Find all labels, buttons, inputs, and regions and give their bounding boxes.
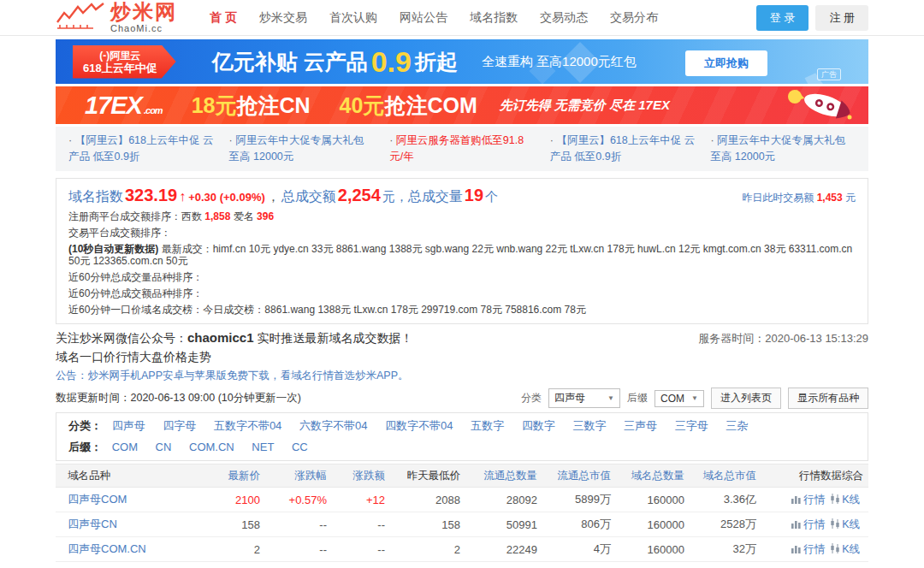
chart-line-logo-icon [56,2,105,31]
suffix-link[interactable]: CC [292,441,308,453]
yesterday-low: 158 [390,512,465,537]
col-circulating-qty[interactable]: 流通总数量 [465,464,542,488]
site-logo[interactable]: 炒米网 ChaoMi.cc [56,2,177,33]
latest-price: 20 [184,562,265,568]
yesterday-value: 1,453 [817,192,843,204]
registrar-mid: 爱名 [230,210,257,222]
kline-icon [830,518,840,529]
fixed-price-line: 近60分钟一口价域名成交榜：今日成交榜：8861.wang 1388元 tLxw… [68,304,856,316]
nav-item-trade[interactable]: 炒米交易 [259,10,307,26]
server-time: 服务器时间：2020-06-13 15:13:29 [698,331,868,346]
news-link[interactable]: 【阿里云】618上云年中促 云产品 低至0.9折 [542,133,703,165]
category-link[interactable]: 四数字 [522,419,555,432]
chevron-down-icon: ▼ [607,394,614,402]
category-link[interactable]: 三杂 [726,419,748,432]
category-link[interactable]: 六数字不带04 [299,419,367,432]
circulating-value: 4万 [542,537,616,562]
nav-item-trade-distribution[interactable]: 交易分布 [610,10,658,26]
offer-com-text: 抢注COM [384,93,477,117]
app-notice-link[interactable]: 公告：炒米网手机APP安卓与苹果版免费下载，看域名行情首选炒米APP。 [56,369,409,383]
suffix-select-label: 后缀 [627,391,648,405]
offer-cn-text: 抢注CN [236,93,310,117]
wechat-post: 实时推送最新域名成交数据！ [254,331,413,345]
table-row: 四声母CN 158 -- -- 158 50991 806万 160000 25… [56,512,868,537]
col-market-data: 行情数据综合 [761,464,868,488]
latest-deals-label: 最新成交： [158,243,212,255]
offer-com-price: 40元 [340,93,385,117]
17ex-ad-banner[interactable]: 17EX.com 18元抢注CN 40元抢注COM 先订先得 无需竞价 尽在 1… [56,86,868,124]
quote-link[interactable]: 行情 [803,543,825,555]
nav-item-trade-activity[interactable]: 交易动态 [540,10,588,26]
latest-price: 158 [184,512,265,537]
suffix-link[interactable]: NET [252,441,274,453]
change-pct: -- [265,537,332,562]
col-latest-price[interactable]: 最新价 [184,464,265,488]
up-arrow-icon: ↑ [179,189,186,204]
cube-decoration [560,42,601,83]
category-link[interactable]: 三数字 [572,419,606,432]
news-link[interactable]: 阿里云年中大促专属大礼包至高 12000元 [222,133,382,165]
wechat-id: chaomicc1 [187,330,254,345]
domain-type-link[interactable]: 四声母CN [68,518,117,530]
logo-title: 炒米网 [110,2,177,22]
col-change-pct[interactable]: 涨跌幅 [265,464,332,488]
nav-item-domain-index[interactable]: 域名指数 [470,10,518,26]
suffix-link[interactable]: COM [112,441,138,453]
domain-type-link[interactable]: 四声母COM.CN [68,542,146,555]
wechat-line: 关注炒米网微信公众号：chaomicc1 实时推送最新域名成交数据！ [56,330,412,346]
latest-deals-line: (10秒自动更新数据) 最新成交：himf.cn 10元 ydye.cn 33元… [68,243,856,267]
suffix-select-value: COM [660,393,684,405]
yesterday-unit: 元 [843,192,856,204]
banner-discount: 0.9 [371,47,412,76]
circulating-qty: 22249 [465,537,542,562]
category-link[interactable]: 五数字 [471,419,504,432]
auto-refresh-note: (10秒自动更新数据) [68,243,158,255]
category-link[interactable]: 四字母 [163,419,196,432]
news-link[interactable]: 【阿里云】618上云年中促 云产品 低至0.9折 [61,133,222,165]
col-total-qty[interactable]: 域名总数量 [616,464,690,488]
aliyun-badge-brand: (-)阿里云 [83,50,157,62]
nav-item-home[interactable]: 首 页 [210,10,237,26]
turnover-unit: 元， [382,189,408,205]
17ex-logo: 17EX.com [85,92,163,120]
nav-item-announcements[interactable]: 网站公告 [400,10,447,26]
category-select[interactable]: 四声母 ▼ [548,388,620,408]
suffix-select[interactable]: COM ▼ [654,390,704,407]
category-link[interactable]: 五数字不带04 [214,419,281,432]
total-qty: 160000 [616,537,690,562]
site-header: 炒米网 ChaoMi.cc 首 页 炒米交易 首次认购 网站公告 域名指数 交易… [0,0,924,36]
enter-list-button[interactable]: 进入列表页 [711,388,781,409]
col-change-amt[interactable]: 涨跌额 [332,464,390,488]
bar-chart-icon [791,519,802,529]
category-link[interactable]: 三声母 [624,419,657,432]
register-button[interactable]: 注 册 [815,5,868,31]
suffix-link[interactable]: COM.CN [189,441,234,453]
volume-value: 19 [465,186,483,205]
show-all-button[interactable]: 显示所有品种 [788,388,868,409]
quote-link[interactable]: 行情 [803,494,825,506]
buy-now-button[interactable]: 立即抢购 [685,50,767,76]
quote-link[interactable]: 行情 [803,518,825,530]
category-link[interactable]: 四数字不带04 [385,419,453,432]
domain-type-link[interactable]: 四声母COM [68,493,127,506]
nav-item-first-buy[interactable]: 首次认购 [329,10,377,26]
category-link[interactable]: 四声母 [112,419,145,432]
category-link[interactable]: 三字母 [675,419,708,432]
col-yesterday-low: 昨天最低价 [390,464,465,488]
news-link[interactable]: 阿里云年中大促专属大礼包至高 12000元 [702,133,863,165]
suffix-link[interactable]: CN [156,441,172,453]
news-link-highlight[interactable]: 阿里云服务器首购低至91.8元/年 [382,133,542,165]
kline-link[interactable]: K线 [842,518,860,530]
kline-link[interactable]: K线 [842,494,860,506]
fixed-price-deals: 今日成交榜：8861.wang 1388元 tLxw.cn 178元 29971… [203,304,586,316]
login-button[interactable]: 登 录 [756,5,809,31]
index-value: 323.19 [125,186,177,205]
registrar-value-2: 396 [257,210,274,222]
category-select-label: 分类 [521,391,542,405]
col-circulating-value[interactable]: 流通总市值 [542,464,616,488]
server-time-label: 服务器时间： [698,332,765,345]
col-total-value[interactable]: 域名总市值 [690,464,761,488]
banner-title-post: 折起 [415,48,458,76]
kline-link[interactable]: K线 [842,543,860,555]
aliyun-ad-banner[interactable]: (-)阿里云 618上云年中促 亿元补贴 云产品 0.9 折起 全速重构 至高1… [56,39,868,84]
